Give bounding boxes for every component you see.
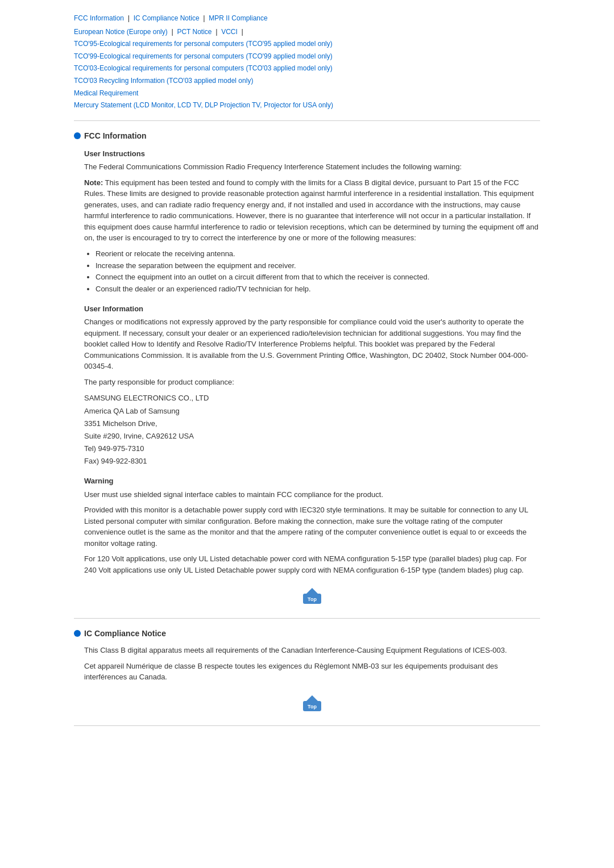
svg-text:Top: Top	[308, 596, 317, 602]
bottom-divider	[74, 725, 540, 726]
user-instructions-note: Note: This equipment has been tested and…	[84, 177, 540, 244]
user-instructions-title: User Instructions	[84, 148, 540, 160]
nav-link-pct[interactable]: PCT Notice	[177, 28, 211, 36]
nav-tco03recycling[interactable]: TCO'03 Recycling Information (TCO'03 app…	[74, 75, 540, 87]
ic-section: IC Compliance Notice This Class B digita…	[74, 629, 540, 715]
ic-section-title: IC Compliance Notice	[84, 629, 166, 638]
fcc-section-title: FCC Information	[84, 131, 147, 140]
user-information-block: User Information Changes or modification…	[84, 303, 540, 468]
top-icon-ic: Top	[298, 693, 326, 713]
navigation-links: FCC Information | IC Compliance Notice |…	[74, 11, 540, 112]
nav-medical[interactable]: Medical Requirement	[74, 87, 540, 100]
nav-link-vcci[interactable]: VCCI	[221, 28, 238, 36]
nav-tco99[interactable]: TCO'99-Ecological requirements for perso…	[74, 51, 540, 63]
nav-link-mpr[interactable]: MPR II Compliance	[209, 14, 267, 22]
bullet-item: Consult the dealer or an experienced rad…	[96, 283, 540, 295]
nav-mercury[interactable]: Mercury Statement (LCD Monitor, LCD TV, …	[74, 99, 540, 112]
svg-marker-1	[305, 588, 319, 595]
bullet-item: Connect the equipment into an outlet on …	[96, 272, 540, 283]
fcc-bullets: Reorient or relocate the receiving anten…	[84, 248, 540, 295]
address-line: Tel) 949-975-7310	[84, 443, 540, 455]
ic-top-button-container: Top	[84, 693, 540, 715]
warning-para1: User must use shielded signal interface …	[84, 489, 540, 500]
ic-bullet-icon	[74, 630, 81, 637]
user-information-title: User Information	[84, 303, 540, 315]
ic-top-button[interactable]: Top	[298, 693, 326, 715]
address-line: Suite #290, Irvine, CA92612 USA	[84, 430, 540, 443]
ic-para2: Cet appareil Numérique de classe B respe…	[84, 661, 540, 683]
nav-tco03[interactable]: TCO'03-Ecological requirements for perso…	[74, 62, 540, 75]
nav-link-fcc[interactable]: FCC Information	[74, 14, 124, 22]
user-information-para2: The party responsible for product compli…	[84, 377, 540, 388]
address-block: SAMSUNG ELECTRONICS CO., LTD America QA …	[84, 392, 540, 468]
ic-para1: This Class B digital apparatus meets all…	[84, 645, 540, 656]
fcc-top-button[interactable]: Top	[298, 586, 326, 608]
fcc-bullet-icon	[74, 132, 81, 139]
nav-link-ic[interactable]: IC Compliance Notice	[134, 14, 200, 22]
fcc-section-header: FCC Information	[74, 131, 540, 140]
note-label: Note:	[84, 178, 103, 187]
fcc-ic-divider	[74, 618, 540, 619]
warning-para3: For 120 Volt applications, use only UL L…	[84, 553, 540, 575]
nav-link-european[interactable]: European Notice (Europe only)	[74, 28, 168, 36]
svg-text:Top: Top	[308, 704, 317, 710]
address-line: 3351 Michelson Drive,	[84, 418, 540, 430]
fcc-top-button-container: Top	[84, 586, 540, 608]
note-text: This equipment has been tested and found…	[84, 178, 538, 243]
top-divider	[74, 120, 540, 121]
warning-title: Warning	[84, 475, 540, 487]
fcc-section-body: User Instructions The Federal Communicat…	[74, 148, 540, 608]
bullet-item: Increase the separation between the equi…	[96, 260, 540, 272]
user-instructions-block: User Instructions The Federal Communicat…	[84, 148, 540, 295]
nav-tco95[interactable]: TCO'95-Ecological requirements for perso…	[74, 38, 540, 51]
address-line: America QA Lab of Samsung	[84, 405, 540, 418]
warning-para2: Provided with this monitor is a detachab…	[84, 504, 540, 549]
top-icon: Top	[298, 586, 326, 606]
user-information-para1: Changes or modifications not expressly a…	[84, 316, 540, 372]
bullet-item: Reorient or relocate the receiving anten…	[96, 248, 540, 260]
svg-marker-4	[305, 695, 319, 702]
user-instructions-para1: The Federal Communications Commission Ra…	[84, 161, 540, 173]
warning-block: Warning User must use shielded signal in…	[84, 475, 540, 575]
ic-section-header: IC Compliance Notice	[74, 629, 540, 638]
ic-section-body: This Class B digital apparatus meets all…	[74, 645, 540, 715]
address-line: SAMSUNG ELECTRONICS CO., LTD	[84, 392, 540, 404]
address-line: Fax) 949-922-8301	[84, 455, 540, 468]
fcc-section: FCC Information User Instructions The Fe…	[74, 131, 540, 608]
